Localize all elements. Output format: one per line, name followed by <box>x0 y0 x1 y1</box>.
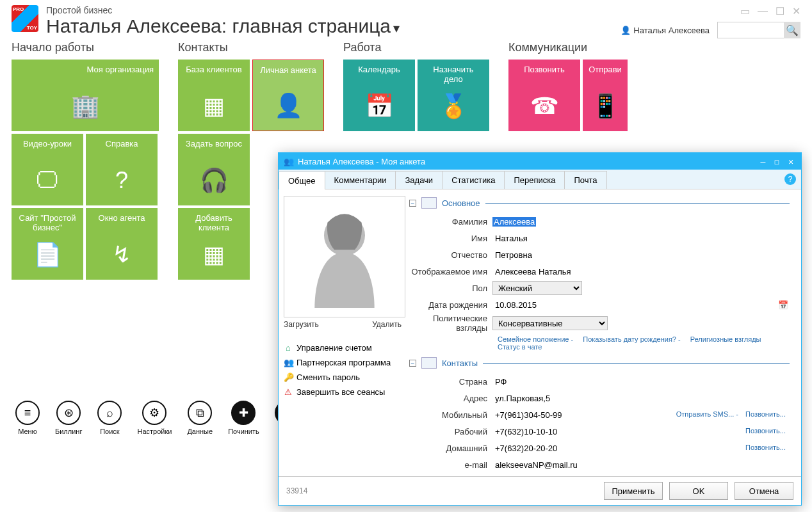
value-mobile[interactable]: +7(961)304-50-99 <box>495 410 562 420</box>
tool-label: Меню <box>15 428 40 435</box>
action-send-sms[interactable]: Отправить SMS... <box>676 410 735 418</box>
label-work-phone: Рабочий <box>409 427 492 436</box>
value-display-name[interactable]: Алексеева Наталья <box>492 266 790 278</box>
value-lastname[interactable]: Алексеева <box>492 217 536 227</box>
avatar-placeholder[interactable] <box>284 196 405 317</box>
ok-button[interactable]: OK <box>669 482 728 500</box>
tile-my-org[interactable]: Моя организация 🏢 <box>12 60 159 131</box>
tile-ask[interactable]: Задать вопрос 🎧 <box>178 134 250 205</box>
toggle-icon[interactable]: ▭ <box>740 5 750 17</box>
calendar-picker-icon[interactable]: 📅 <box>778 300 788 310</box>
account-icon: ⌂ <box>284 343 293 353</box>
tool-label: Данные <box>187 428 213 435</box>
dialog-titlebar[interactable]: 👥 Наталья Алексеева - Моя анкета — ☐ ✕ <box>279 153 801 170</box>
link-account[interactable]: ⌂Управление счетом <box>284 340 402 355</box>
value-firstname[interactable]: Наталья <box>492 232 790 244</box>
value-address[interactable]: ул.Парковая,5 <box>492 392 790 404</box>
select-politics[interactable]: Консервативные <box>492 316 608 330</box>
value-dob[interactable]: 10.08.2015 <box>495 300 537 310</box>
value-work-phone[interactable]: +7(632)10-10-10 <box>495 427 557 436</box>
agent-icon: ↯ <box>112 241 131 268</box>
tile-add-client[interactable]: Добавить клиента ▦ <box>178 208 250 280</box>
action-call[interactable]: Позвонить... <box>745 444 786 451</box>
value-email[interactable]: alekseevaNP@mail.ru <box>492 459 790 471</box>
label-politics: Политические взгляды <box>409 314 492 333</box>
select-gender[interactable]: Женский <box>492 281 582 295</box>
tile-personal-form[interactable]: Личная анкета 👤 <box>252 60 324 131</box>
collapse-icon[interactable]: − <box>409 360 416 367</box>
tool-settings[interactable]: ⚙Настройки <box>137 401 172 435</box>
help-icon[interactable]: ? <box>784 173 796 185</box>
minimize-icon[interactable]: — <box>758 5 768 17</box>
section-title: Контакты <box>442 358 478 368</box>
close-icon[interactable]: ✕ <box>792 5 800 17</box>
tile-help[interactable]: Справка ? <box>86 134 158 205</box>
current-user-chip[interactable]: 👤 Наталья Алексеева <box>621 26 710 35</box>
headset-icon: 🎧 <box>200 167 229 194</box>
dialog-title-text: Наталья Алексеева - Моя анкета <box>298 157 425 166</box>
gear-icon: ⚙ <box>142 401 166 425</box>
label-country: Страна <box>409 377 492 387</box>
menu-icon: ≡ <box>15 401 40 425</box>
tile-calendar[interactable]: Календарь 📅 <box>343 60 415 131</box>
tile-assign[interactable]: Назначить дело 🏅 <box>418 60 489 131</box>
tile-clients-db[interactable]: База клиентов ▦ <box>178 60 250 131</box>
dialog-tabs: Общее Комментарии Задачи Статистика Пере… <box>279 170 801 189</box>
dialog-minimize-icon[interactable]: — <box>758 157 768 166</box>
tool-repair[interactable]: ✚Починить <box>228 401 259 435</box>
label-address: Адрес <box>409 394 492 403</box>
tool-billing[interactable]: ⊛Биллинг <box>55 401 82 435</box>
tile-send[interactable]: Отправи 📱 <box>583 60 628 131</box>
extra-show-dob[interactable]: Показывать дату рождения? - <box>583 335 680 343</box>
extra-chat-status[interactable]: Статус в чате <box>498 343 542 351</box>
extra-religion[interactable]: Религиозные взгляды <box>690 335 761 343</box>
label-lastname: Фамилия <box>409 217 492 227</box>
action-call[interactable]: Позвонить... <box>745 427 786 435</box>
link-label: Партнерская программа <box>296 358 391 367</box>
extra-marital[interactable]: Семейное положение - <box>498 335 573 343</box>
link-partner[interactable]: 👥Партнерская программа <box>284 355 402 370</box>
dialog-close-icon[interactable]: ✕ <box>786 157 796 166</box>
link-sessions[interactable]: ⚠Завершить все сеансы <box>284 385 402 399</box>
tab-general[interactable]: Общее <box>279 172 325 189</box>
tile-site[interactable]: Сайт "Простой бизнес" 📄 <box>12 208 83 280</box>
app-name: Простой бизнес <box>46 5 621 15</box>
value-country[interactable]: РФ <box>492 376 790 388</box>
tool-menu[interactable]: ≡Меню <box>15 401 40 435</box>
page-title[interactable]: Наталья Алексеева: главная страница <box>46 15 621 37</box>
key-icon: 🔑 <box>284 372 293 382</box>
profile-dialog: 👥 Наталья Алексеева - Моя анкета — ☐ ✕ О… <box>278 152 802 506</box>
value-patronymic[interactable]: Петровна <box>492 249 790 261</box>
tab-correspondence[interactable]: Переписка <box>504 171 565 189</box>
tab-comments[interactable]: Комментарии <box>325 171 396 189</box>
tile-call[interactable]: Позвонить ☎ <box>508 60 580 131</box>
tile-label: Окно агента <box>91 213 152 223</box>
tile-video[interactable]: Видео-уроки 🖵 <box>12 134 83 205</box>
action-call[interactable]: Позвонить... <box>745 410 786 418</box>
collapse-icon[interactable]: − <box>409 200 416 207</box>
tab-stats[interactable]: Статистика <box>442 171 505 189</box>
section-title: Основное <box>442 198 480 208</box>
link-password[interactable]: 🔑Сменить пароль <box>284 370 402 385</box>
tool-search[interactable]: ⌕Поиск <box>97 401 122 435</box>
app-header: Простой бизнес Наталья Алексеева: главна… <box>0 0 812 41</box>
search-icon[interactable]: 🔍 <box>784 22 800 38</box>
avatar-upload-link[interactable]: Загрузить <box>284 320 319 329</box>
cancel-button[interactable]: Отмена <box>735 482 793 500</box>
apply-button[interactable]: Применить <box>604 482 663 500</box>
avatar-delete-link[interactable]: Удалить <box>372 320 402 329</box>
dialog-maximize-icon[interactable]: ☐ <box>772 157 782 166</box>
tool-data[interactable]: ⧉Данные <box>187 401 213 435</box>
label-gender: Пол <box>409 284 492 293</box>
app-logo-icon <box>12 5 38 32</box>
value-home-phone[interactable]: +7(632)20-20-20 <box>495 444 557 453</box>
value-icq[interactable]: 018535688 <box>492 476 790 477</box>
group-start: Начало работы Моя организация 🏢 Видео-ур… <box>12 41 159 282</box>
label-home-phone: Домашний <box>409 444 492 453</box>
maximize-icon[interactable]: ☐ <box>775 5 784 17</box>
partner-icon: 👥 <box>284 358 293 367</box>
tab-tasks[interactable]: Задачи <box>395 171 443 189</box>
data-icon: ⧉ <box>188 401 212 425</box>
tile-agent[interactable]: Окно агента ↯ <box>86 208 158 280</box>
tab-mail[interactable]: Почта <box>564 171 606 189</box>
